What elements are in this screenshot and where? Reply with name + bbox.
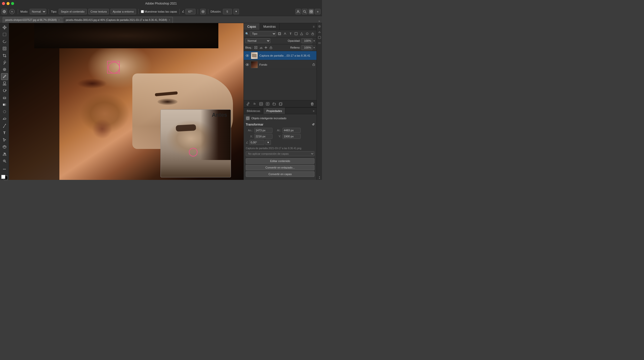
fx-btn[interactable]: fx	[252, 101, 257, 107]
angle-transform-input[interactable]	[249, 140, 264, 145]
lock-icon-artboards[interactable]	[269, 46, 273, 50]
right-strip-icon-5[interactable]	[317, 175, 322, 180]
brush-preview[interactable]: 31	[10, 9, 15, 14]
tab-pexels-rfstudio[interactable]: pexels-rfstudio-3061415.jpg al 46% (Capt…	[63, 17, 173, 23]
brush-tool[interactable]	[1, 73, 8, 80]
pen-tool[interactable]	[1, 123, 8, 129]
x-input[interactable]	[254, 134, 272, 139]
stamp-tool[interactable]	[1, 81, 8, 87]
height-input[interactable]	[283, 128, 301, 133]
text-tool[interactable]: T	[1, 130, 8, 136]
layer-visibility-1[interactable]	[245, 54, 249, 58]
color-swatches[interactable]	[1, 175, 8, 180]
convert-linked-btn[interactable]: Convertir en enlazado...	[246, 165, 314, 170]
filter-icon-5[interactable]	[299, 31, 304, 36]
add-adjustment-btn[interactable]	[265, 101, 270, 107]
move-tool[interactable]	[1, 24, 8, 31]
adjust-env-button[interactable]: Ajustar a entorno	[110, 9, 136, 14]
hand-tool[interactable]	[1, 151, 8, 157]
angle-dropdown-btn[interactable]: ▾	[265, 140, 271, 145]
history-brush-tool[interactable]	[1, 87, 8, 94]
angle-input[interactable]	[185, 9, 195, 14]
show-layers-checkbox[interactable]: Muestrear todas las capas	[141, 10, 177, 13]
tab-close-1[interactable]: ×	[58, 19, 60, 21]
object-select-tool[interactable]	[1, 45, 8, 52]
tab-pexels-shotpot[interactable]: pexels-shotpot-6337527.jpg al 66,7% (RGB…	[3, 17, 62, 23]
link-layers-btn[interactable]	[245, 101, 251, 107]
blend-mode-select[interactable]: Normal	[245, 38, 270, 43]
maximize-button[interactable]	[11, 2, 14, 5]
right-strip-icon-4[interactable]	[317, 41, 322, 45]
lock-icon-all[interactable]	[254, 46, 258, 50]
filter-icon-lock[interactable]	[310, 31, 315, 36]
fill-arrow[interactable]: ▾	[313, 46, 315, 49]
convert-layers-btn[interactable]: Convertir en capas	[246, 171, 314, 177]
more-tools[interactable]: •••	[1, 166, 8, 172]
canvas-area[interactable]: Antes	[9, 23, 244, 180]
delete-layer-btn[interactable]	[309, 101, 315, 107]
tab-label-1: pexels-shotpot-6337527.jpg al 66,7% (RGB…	[5, 19, 57, 21]
layer-visibility-2[interactable]	[245, 63, 249, 67]
width-input[interactable]	[254, 128, 272, 133]
workspace-icon[interactable]	[308, 9, 314, 14]
user-profile-icon[interactable]	[295, 9, 301, 14]
filter-icon-4[interactable]	[294, 31, 298, 36]
close-button[interactable]	[2, 2, 5, 5]
search-toolbar-icon[interactable]	[302, 9, 307, 14]
layer-item-fondo[interactable]: Fondo	[244, 60, 316, 69]
diffusion-expand-icon[interactable]: ▾	[233, 9, 239, 14]
transform-angle-row: ∠ ▾	[246, 140, 314, 145]
lasso-tool[interactable]	[1, 38, 8, 45]
gradient-tool[interactable]	[1, 101, 8, 108]
heal-tool-icon[interactable]	[2, 9, 7, 14]
tab-close-2[interactable]: ×	[169, 19, 170, 21]
zoom-tool[interactable]	[1, 158, 8, 164]
filter-icon-6[interactable]	[305, 31, 309, 36]
group-layers-btn[interactable]	[271, 101, 277, 107]
filter-icon-3[interactable]: T	[288, 31, 293, 36]
crop-tool[interactable]	[1, 52, 8, 59]
right-strip-icon-1[interactable]	[317, 24, 322, 29]
layers-list[interactable]: Captura de pantalla ...03-17 a las 8.36.…	[244, 51, 316, 100]
rect-select-tool[interactable]	[1, 31, 8, 38]
tabs-overflow-btn[interactable]: »	[316, 19, 322, 23]
filter-type-select[interactable]: Tipo	[250, 31, 276, 36]
3d-tool[interactable]	[1, 144, 8, 150]
fill-input[interactable]	[301, 45, 312, 50]
heal-tool-left[interactable]	[1, 66, 8, 73]
dodge-tool[interactable]	[1, 115, 8, 122]
edit-content-btn[interactable]: Editar contenido	[246, 158, 314, 164]
create-texture-button[interactable]: Crear textura	[88, 9, 109, 14]
right-strip-icon-3[interactable]	[317, 35, 322, 40]
direct-select-tool[interactable]	[1, 137, 8, 143]
opacity-input[interactable]	[301, 38, 312, 43]
bottom-tabs-more[interactable]: ≡	[311, 108, 316, 114]
diffusion-input[interactable]	[223, 9, 232, 14]
minimize-button[interactable]	[7, 2, 10, 5]
pressure-icon[interactable]	[200, 9, 206, 14]
eraser-tool[interactable]	[1, 94, 8, 101]
propiedades-tab[interactable]: Propiedades	[263, 108, 285, 114]
lock-icon-pixels[interactable]	[259, 46, 263, 50]
lock-icon-move[interactable]	[264, 46, 268, 50]
filter-icon-1[interactable]	[277, 31, 282, 36]
new-layer-btn[interactable]	[278, 101, 284, 107]
blur-tool[interactable]	[1, 108, 8, 115]
eyedropper-tool[interactable]	[1, 59, 8, 66]
composition-select[interactable]: No aplicar composición de capas	[246, 151, 314, 156]
reset-transform-btn[interactable]: ↺	[312, 123, 314, 126]
y-input[interactable]	[283, 134, 301, 139]
bibliotecas-tab[interactable]: Bibliotecas	[244, 108, 263, 114]
mode-select[interactable]: Normal	[30, 9, 46, 14]
layer-item-screenshot[interactable]: Captura de pantalla ...03-17 a las 8.36.…	[244, 51, 316, 60]
add-mask-btn[interactable]	[258, 101, 264, 107]
type-button[interactable]: Según el contenido	[59, 9, 87, 14]
menu-icon[interactable]: ≡	[315, 9, 320, 14]
capas-tab[interactable]: Capas	[244, 23, 260, 30]
muestras-tab[interactable]: Muestras	[260, 23, 279, 30]
opacity-arrow[interactable]: ▾	[313, 39, 315, 43]
right-tabs-more[interactable]: ≡	[311, 23, 316, 30]
show-layers-input[interactable]	[141, 10, 144, 13]
filter-icon-2[interactable]	[283, 31, 287, 36]
right-strip-icon-2[interactable]	[317, 30, 322, 34]
